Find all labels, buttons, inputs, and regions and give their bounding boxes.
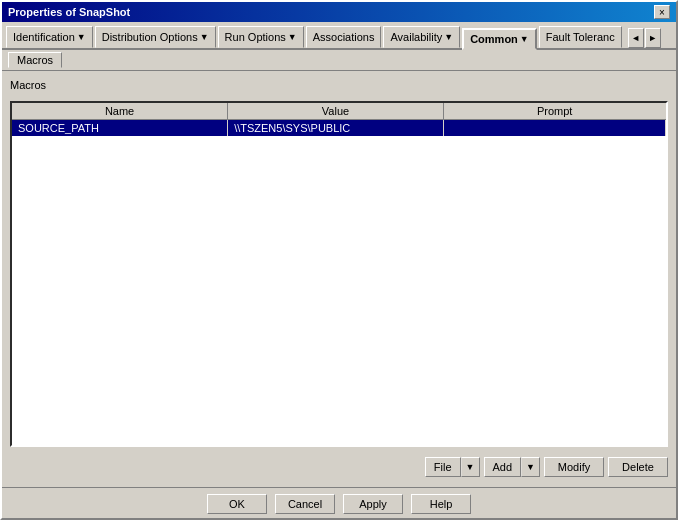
help-button[interactable]: Help — [411, 494, 471, 514]
title-bar: Properties of SnapShot × — [2, 2, 676, 22]
tab-availability-label: Availability — [390, 31, 442, 43]
sub-tab-macros-label: Macros — [17, 54, 53, 66]
tab-associations[interactable]: Associations — [306, 26, 382, 48]
tab-availability-arrow[interactable]: ▼ — [444, 32, 453, 42]
content-area: Macros Name Value Prompt SOURCE_PATH \\T… — [2, 71, 676, 487]
tab-run-arrow[interactable]: ▼ — [288, 32, 297, 42]
scroll-right-button[interactable]: ► — [645, 28, 661, 48]
tab-identification-arrow[interactable]: ▼ — [77, 32, 86, 42]
col-value-header: Value — [228, 103, 444, 120]
section-label: Macros — [10, 79, 668, 91]
window-title: Properties of SnapShot — [8, 6, 130, 18]
footer-buttons: OK Cancel Apply Help — [2, 487, 676, 518]
col-name-header: Name — [12, 103, 228, 120]
ok-button[interactable]: OK — [207, 494, 267, 514]
file-button[interactable]: File — [425, 457, 461, 477]
macros-table-container: Name Value Prompt SOURCE_PATH \\TSZEN5\S… — [10, 101, 668, 447]
tab-common-arrow[interactable]: ▼ — [520, 34, 529, 44]
properties-window: Properties of SnapShot × Identification … — [0, 0, 678, 520]
apply-button[interactable]: Apply — [343, 494, 403, 514]
sub-tab-bar: Macros — [2, 50, 676, 71]
macros-table: Name Value Prompt SOURCE_PATH \\TSZEN5\S… — [12, 103, 666, 136]
tab-fault-label: Fault Toleranc — [546, 31, 615, 43]
tab-associations-label: Associations — [313, 31, 375, 43]
modify-button[interactable]: Modify — [544, 457, 604, 477]
tab-identification-label: Identification — [13, 31, 75, 43]
col-prompt-header: Prompt — [443, 103, 665, 120]
add-split-button: Add ▼ — [484, 457, 541, 477]
tab-common[interactable]: Common ▼ — [462, 28, 537, 50]
close-button[interactable]: × — [654, 5, 670, 19]
tab-distribution-label: Distribution Options — [102, 31, 198, 43]
tab-fault-tolerance[interactable]: Fault Toleranc — [539, 26, 622, 48]
tab-scroll-arrows: ◄ ► — [628, 28, 661, 48]
scroll-left-button[interactable]: ◄ — [628, 28, 644, 48]
action-buttons-row: File ▼ Add ▼ Modify Delete — [10, 453, 668, 479]
tab-distribution-arrow[interactable]: ▼ — [200, 32, 209, 42]
cell-value: \\TSZEN5\SYS\PUBLIC — [228, 120, 444, 137]
tab-run-label: Run Options — [225, 31, 286, 43]
file-dropdown-button[interactable]: ▼ — [461, 457, 480, 477]
tab-distribution-options[interactable]: Distribution Options ▼ — [95, 26, 216, 48]
tab-run-options[interactable]: Run Options ▼ — [218, 26, 304, 48]
delete-button[interactable]: Delete — [608, 457, 668, 477]
cell-name: SOURCE_PATH — [12, 120, 228, 137]
add-dropdown-button[interactable]: ▼ — [521, 457, 540, 477]
tab-bar: Identification ▼ Distribution Options ▼ … — [2, 22, 676, 50]
table-row[interactable]: SOURCE_PATH \\TSZEN5\SYS\PUBLIC — [12, 120, 666, 137]
cancel-button[interactable]: Cancel — [275, 494, 335, 514]
tab-identification[interactable]: Identification ▼ — [6, 26, 93, 48]
sub-tab-macros[interactable]: Macros — [8, 52, 62, 68]
add-button[interactable]: Add — [484, 457, 522, 477]
tab-availability[interactable]: Availability ▼ — [383, 26, 460, 48]
cell-prompt — [443, 120, 665, 137]
file-split-button: File ▼ — [425, 457, 480, 477]
tab-common-label: Common — [470, 33, 518, 45]
